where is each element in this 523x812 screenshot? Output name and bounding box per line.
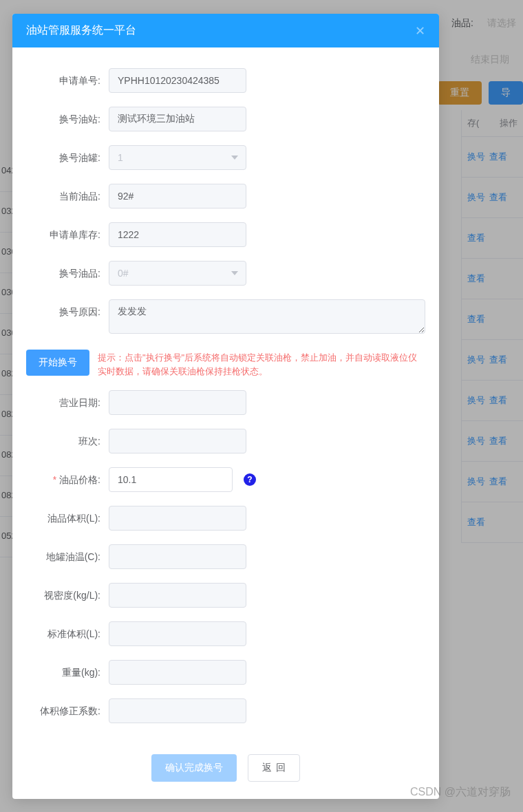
biz-date-input <box>109 390 246 415</box>
weight-input <box>109 660 246 685</box>
label-temperature: 地罐油温(C): <box>26 544 109 569</box>
warning-hint: 提示：点击"执行换号"后系统将自动锁定关联油枪，禁止加油，并自动读取液位仪实时数… <box>98 350 425 378</box>
label-apply-stock: 申请单库存: <box>26 222 109 247</box>
swap-number-modal: 油站管服服务统一平台 ✕ 申请单号: 换号油站: 换号油罐: 当前油品: <box>12 14 439 799</box>
label-density: 视密度(kg/L): <box>26 583 109 608</box>
label-current-product: 当前油品: <box>26 184 109 209</box>
label-reason: 换号原因: <box>26 299 109 324</box>
price-input[interactable] <box>109 467 233 492</box>
modal-title: 油站管服服务统一平台 <box>26 23 136 38</box>
label-biz-date: 营业日期: <box>26 390 109 415</box>
watermark: CSDN @六道对穿肠 <box>410 785 511 800</box>
tank-select <box>109 145 246 170</box>
volume-input <box>109 506 246 531</box>
label-station: 换号油站: <box>26 107 109 131</box>
close-icon[interactable]: ✕ <box>415 25 425 37</box>
std-volume-input <box>109 621 246 646</box>
label-target-product: 换号油品: <box>26 261 109 286</box>
help-icon[interactable]: ? <box>244 473 256 486</box>
modal-header: 油站管服服务统一平台 ✕ <box>12 14 439 47</box>
target-product-select <box>109 261 246 286</box>
back-button[interactable]: 返回 <box>248 754 300 782</box>
start-swap-button[interactable]: 开始换号 <box>26 350 89 376</box>
modal-body: 申请单号: 换号油站: 换号油罐: 当前油品: <box>12 47 439 744</box>
apply-stock-input <box>109 222 246 247</box>
station-input <box>109 107 246 131</box>
apply-no-input <box>109 68 246 93</box>
label-shift: 班次: <box>26 429 109 453</box>
label-weight: 重量(kg): <box>26 660 109 685</box>
current-product-input <box>109 184 246 209</box>
label-apply-no: 申请单号: <box>26 68 109 93</box>
label-volume: 油品体积(L): <box>26 506 109 531</box>
shift-input <box>109 429 246 453</box>
label-price: *油品价格: <box>26 467 109 492</box>
label-tank: 换号油罐: <box>26 145 109 170</box>
vcf-input <box>109 698 246 723</box>
label-std-volume: 标准体积(L): <box>26 621 109 646</box>
temperature-input <box>109 544 246 569</box>
reason-textarea[interactable]: 发发发 <box>109 299 425 334</box>
density-input <box>109 583 246 608</box>
modal-footer: 确认完成换号 返回 <box>12 744 439 799</box>
label-vcf: 体积修正系数: <box>26 698 109 723</box>
confirm-button[interactable]: 确认完成换号 <box>151 754 237 782</box>
